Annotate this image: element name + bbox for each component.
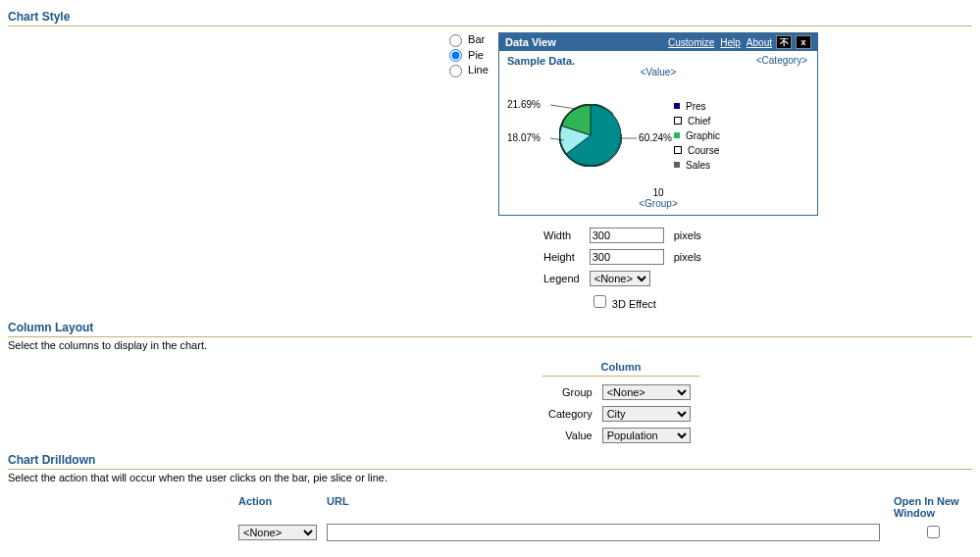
3d-effect-checkbox[interactable] (593, 295, 606, 308)
svg-line-3 (550, 138, 564, 140)
pie-area: 60.24% 21.69% 18.07% Pres Chief Graphic … (507, 81, 809, 189)
collapse-icon[interactable]: 不 (776, 35, 792, 49)
close-icon[interactable]: x (796, 35, 811, 49)
url-input[interactable] (327, 524, 880, 541)
chart-preview: Data View Customize Help About 不 x Sampl… (498, 32, 818, 216)
drilldown-headers: Action URL Open In New Window (238, 495, 972, 519)
radio-pie[interactable]: Pie (449, 48, 498, 64)
legend-label: Legend (540, 269, 584, 288)
pixels-2: pixels (670, 247, 705, 267)
link-about[interactable]: About (747, 37, 772, 48)
width-label: Width (540, 226, 584, 245)
leader-lines (507, 81, 674, 189)
radio-bar[interactable]: Bar (449, 32, 498, 48)
chart-drilldown-header: Chart Drilldown (8, 451, 972, 470)
legend-item-course: Course (674, 143, 720, 158)
column-header: Column (542, 361, 699, 377)
group-footer: 10 <Group> (507, 187, 809, 209)
legend-item-pres: Pres (674, 99, 720, 114)
chart-type-radios: Bar Pie Line (449, 32, 498, 78)
url-header: URL (327, 495, 894, 519)
group-row-label: Group (544, 382, 596, 402)
preview-body: Sample Data. <Category> <Value> (499, 51, 817, 215)
category-select[interactable]: City (602, 406, 691, 422)
3d-effect-label: 3D Effect (612, 298, 656, 310)
value-placeholder: <Value> (507, 67, 809, 77)
chart-drilldown-desc: Select the action that will occur when t… (8, 470, 972, 489)
dimensions-table: Width pixels Height pixels Legend <None>… (538, 224, 707, 315)
width-input[interactable] (590, 228, 664, 243)
link-customize[interactable]: Customize (668, 37, 714, 48)
action-select[interactable]: <None> (238, 525, 317, 540)
category-placeholder: <Category> (756, 55, 807, 66)
group-placeholder: <Group> (507, 198, 809, 209)
group-select[interactable]: <None> (602, 384, 691, 400)
height-label: Height (540, 247, 584, 267)
preview-titlebar: Data View Customize Help About 不 x (499, 33, 817, 51)
action-header: Action (238, 495, 327, 519)
legend-item-graphic: Graphic (674, 128, 720, 143)
svg-line-2 (550, 105, 576, 109)
legend-item-sales: Sales (674, 158, 720, 173)
chart-style-header: Chart Style (8, 8, 972, 26)
radio-line[interactable]: Line (449, 63, 498, 78)
category-row-label: Category (544, 404, 596, 424)
preview-title: Data View (505, 36, 662, 48)
legend: Pres Chief Graphic Course Sales (674, 99, 720, 173)
value-row-label: Value (544, 426, 596, 445)
column-layout-header: Column Layout (8, 319, 972, 337)
legend-select[interactable]: <None> (590, 271, 650, 286)
open-new-window-checkbox[interactable] (927, 526, 940, 538)
open-header: Open In New Window (894, 495, 972, 519)
link-help[interactable]: Help (720, 37, 741, 48)
column-layout-controls: Column Group <None> Category City Value … (542, 361, 972, 447)
height-input[interactable] (590, 249, 664, 265)
pixels-1: pixels (670, 226, 705, 245)
value-select[interactable]: Population (602, 428, 691, 443)
chart-style-content: Bar Pie Line Data View Customize Help Ab… (449, 32, 972, 216)
column-layout-desc: Select the columns to display in the cha… (8, 337, 972, 357)
drilldown-row: <None> (238, 523, 972, 541)
legend-item-chief: Chief (674, 114, 720, 128)
pie-wrap: 60.24% 21.69% 18.07% (507, 81, 674, 189)
